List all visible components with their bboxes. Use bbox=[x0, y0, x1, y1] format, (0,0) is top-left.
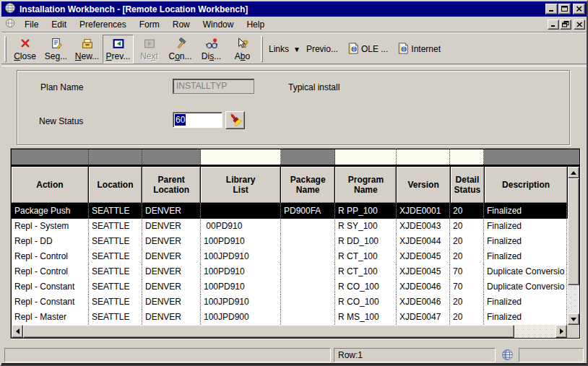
plan-name-field: INSTALLTYP bbox=[173, 79, 254, 94]
about-button[interactable]: ? Abo bbox=[227, 35, 258, 64]
qbe-cell-detail-status[interactable] bbox=[450, 149, 484, 165]
menu-item-help[interactable]: Help bbox=[240, 18, 271, 31]
configure-button[interactable]: Con... bbox=[165, 35, 196, 64]
grid-cell: 70 bbox=[450, 264, 484, 279]
vertical-scroll-thumb[interactable] bbox=[568, 178, 579, 285]
scroll-down-button[interactable] bbox=[568, 313, 579, 325]
column-header-program-name[interactable]: Program Name bbox=[335, 167, 396, 203]
selected-text: 60 bbox=[175, 114, 186, 126]
status-panel-left bbox=[4, 348, 331, 362]
vertical-scroll-track[interactable] bbox=[568, 285, 579, 313]
ole-document-icon bbox=[348, 43, 358, 56]
links-section: Links ▼ Previo... OLE ... Internet bbox=[269, 43, 441, 56]
column-header-description[interactable]: Description bbox=[485, 167, 567, 203]
link-ole[interactable]: OLE ... bbox=[348, 43, 388, 56]
qbe-cell-version[interactable] bbox=[397, 149, 450, 165]
horizontal-scroll-thumb[interactable] bbox=[23, 325, 514, 338]
grid-cell: Repl - Constant bbox=[12, 279, 89, 295]
column-header-package-name[interactable]: Package Name bbox=[281, 167, 334, 203]
grid-cell: Repl - Master bbox=[12, 310, 89, 325]
toolbar-gripper-links[interactable] bbox=[261, 36, 263, 62]
grid-row-4[interactable]: Repl - ControlSEATTLEDENVER100PD910R CT_… bbox=[12, 264, 568, 279]
menu-item-window[interactable]: Window bbox=[196, 18, 241, 31]
mdi-close-button[interactable] bbox=[574, 19, 585, 30]
qbe-cell-parent-location bbox=[142, 149, 201, 165]
vertical-scrollbar[interactable] bbox=[568, 167, 579, 325]
grid-cell: 20 bbox=[450, 234, 484, 249]
grid-cell: Finalized bbox=[484, 295, 567, 310]
grid-cell: 100JPD910 bbox=[201, 295, 281, 310]
grid-row-6[interactable]: Repl - ConstantSEATTLEDENVER100JPD910R C… bbox=[12, 295, 568, 310]
qbe-cell-library-list[interactable] bbox=[201, 149, 281, 165]
prev-arrow-icon bbox=[112, 38, 125, 52]
link-internet[interactable]: Internet bbox=[398, 43, 441, 56]
prev-button[interactable]: Prev... bbox=[103, 35, 134, 64]
grid-cell bbox=[201, 204, 281, 219]
grid-cell: R CT_100 bbox=[335, 249, 397, 264]
grid-cell bbox=[281, 310, 335, 325]
grid-row-1[interactable]: Repl - SystemSEATTLEDENVER 00PD910R SY_1… bbox=[12, 219, 568, 234]
close-button[interactable]: Close bbox=[9, 35, 40, 64]
grid-row-7[interactable]: Repl - MasterSEATTLEDENVER100JPD900R MS_… bbox=[12, 310, 568, 325]
qbe-row bbox=[12, 149, 579, 165]
grid-cell: R PP_100 bbox=[335, 204, 397, 219]
hammer-icon bbox=[174, 38, 187, 52]
menu-item-row[interactable]: Row bbox=[166, 18, 196, 31]
horizontal-scrollbar[interactable] bbox=[12, 325, 567, 338]
qbe-cell-description bbox=[484, 149, 579, 165]
column-header-library-list[interactable]: Library List bbox=[201, 167, 280, 203]
column-header-version[interactable]: Version bbox=[397, 167, 449, 203]
grid-cell: XJDE0001 bbox=[397, 204, 450, 219]
form-header-panel: Plan Name INSTALLTYP Typical install New… bbox=[17, 70, 570, 145]
column-header-location[interactable]: Location bbox=[89, 167, 142, 203]
grid-cell: 70 bbox=[450, 279, 484, 295]
next-button: Next bbox=[134, 35, 165, 64]
toolbar-gripper[interactable] bbox=[4, 36, 7, 62]
grid-row-5[interactable]: Repl - ConstantSEATTLEDENVER100PD910R CO… bbox=[12, 279, 568, 295]
link-previous[interactable]: Previo... bbox=[306, 44, 338, 54]
grid-cell: Package Push bbox=[12, 204, 89, 219]
mdi-minimize-button[interactable] bbox=[548, 19, 559, 30]
new-status-field[interactable]: 60 bbox=[173, 112, 222, 128]
grid-body: Package PushSEATTLEDENVERPD900FAR PP_100… bbox=[12, 203, 568, 325]
new-button[interactable]: New... bbox=[72, 35, 103, 64]
minimize-button[interactable] bbox=[545, 4, 558, 14]
grid-cell: SEATTLE bbox=[89, 310, 142, 325]
visual-assist-button[interactable] bbox=[225, 111, 245, 129]
menu-item-file[interactable]: File bbox=[18, 18, 45, 31]
grid-row-2[interactable]: Repl - DDSEATTLEDENVER100PD910R DD_100XJ… bbox=[12, 234, 568, 249]
grid-row-0[interactable]: Package PushSEATTLEDENVERPD900FAR PP_100… bbox=[12, 204, 568, 219]
grid-cell: 100PD910 bbox=[201, 279, 281, 295]
column-header-action[interactable]: Action bbox=[12, 167, 88, 203]
column-header-parent-location[interactable]: Parent Location bbox=[142, 167, 200, 203]
mdi-system-globe-icon[interactable] bbox=[5, 18, 15, 31]
plan-name-label: Plan Name bbox=[40, 82, 83, 92]
menu-item-form[interactable]: Form bbox=[133, 18, 166, 31]
links-label: Links bbox=[269, 44, 289, 54]
scroll-right-button[interactable] bbox=[555, 325, 567, 338]
menu-item-edit[interactable]: Edit bbox=[45, 18, 73, 31]
grid-header-row: ActionLocationParent LocationLibrary Lis… bbox=[12, 167, 568, 203]
scroll-up-button[interactable] bbox=[568, 167, 579, 178]
links-dropdown-icon[interactable]: ▼ bbox=[293, 45, 301, 53]
close-window-button[interactable] bbox=[573, 4, 585, 14]
segments-document-icon bbox=[50, 38, 63, 52]
column-header-detail-status[interactable]: Detail Status bbox=[451, 167, 485, 203]
grid-cell: PD900FA bbox=[281, 204, 335, 219]
grid-cell: Finalized bbox=[484, 219, 567, 234]
display-button[interactable]: Dis... bbox=[196, 35, 227, 64]
new-icon bbox=[81, 38, 94, 52]
grid-cell: DENVER bbox=[142, 295, 201, 310]
application-window: Installation Workbench - [Remote Locatio… bbox=[0, 0, 588, 366]
grid-row-3[interactable]: Repl - ControlSEATTLEDENVER100JPD910R CT… bbox=[12, 249, 568, 264]
qbe-cell-program-name[interactable] bbox=[335, 149, 397, 165]
grid-cell: R CO_100 bbox=[335, 295, 397, 310]
horizontal-scroll-track[interactable] bbox=[514, 325, 555, 338]
mdi-restore-button[interactable] bbox=[560, 19, 571, 30]
menu-item-preferences[interactable]: Preferences bbox=[73, 18, 133, 31]
grid-cell: SEATTLE bbox=[89, 295, 142, 310]
maximize-button[interactable] bbox=[558, 4, 571, 14]
scrollbar-corner bbox=[567, 325, 579, 338]
segments-button[interactable]: Seg... bbox=[40, 35, 72, 64]
scroll-left-button[interactable] bbox=[12, 325, 23, 338]
